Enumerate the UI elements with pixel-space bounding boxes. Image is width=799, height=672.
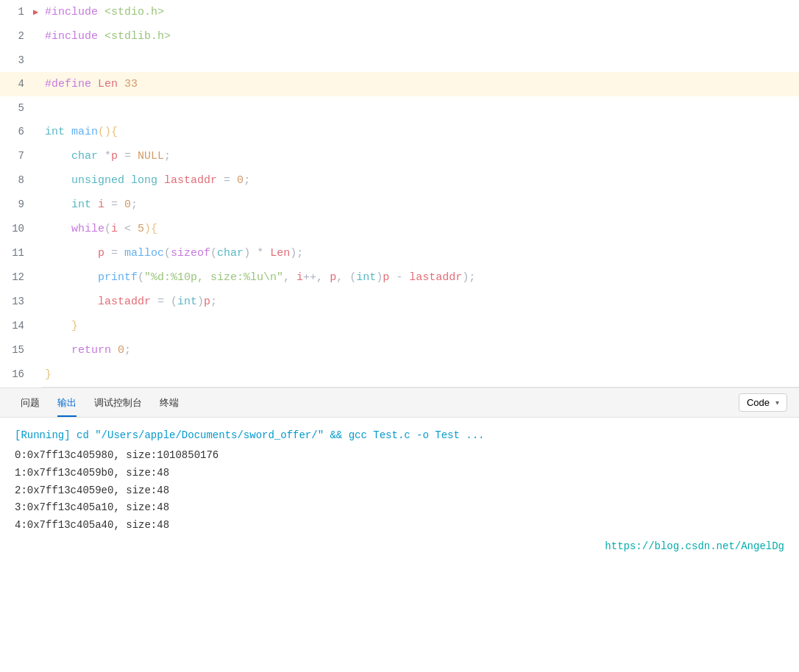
code-content: while(i < 5){ [42, 218, 799, 241]
code-line-14: 14 } [0, 314, 799, 338]
line-number: 16 [0, 362, 33, 386]
code-line-8: 8 unsigned long lastaddr = 0; [0, 168, 799, 193]
line-number: 11 [0, 241, 33, 265]
line-number: 5 [0, 96, 33, 120]
line-number: 3 [0, 49, 33, 72]
code-content: #define Len 33 [42, 73, 799, 96]
code-line-3: 3 [0, 49, 799, 72]
code-line-10: 10 while(i < 5){ [0, 217, 799, 241]
line-number: 12 [0, 265, 33, 289]
output-line: 0:0x7ff13c405980, size:1010850176 [15, 447, 784, 465]
chevron-down-icon: ▾ [775, 398, 779, 407]
line-number: 14 [0, 314, 33, 337]
output-area: [Running] cd "/Users/apple/Documents/swo… [0, 418, 799, 546]
code-content: printf("%d:%10p, size:%lu\n", i++, p, (i… [42, 266, 799, 290]
line-number: 6 [0, 120, 33, 143]
code-content: int i = 0; [42, 193, 799, 217]
code-content: char *p = NULL; [42, 145, 799, 168]
code-line-16: 16} [0, 362, 799, 387]
code-content: } [42, 363, 799, 387]
line-number: 7 [0, 144, 33, 168]
tab-终端[interactable]: 终端 [151, 388, 188, 417]
code-line-12: 12 printf("%d:%10p, size:%lu\n", i++, p,… [0, 265, 799, 290]
line-indicator: ▶ [33, 1, 42, 24]
bottom-panel-tabs: 问题输出调试控制台终端 Code ▾ [0, 388, 799, 418]
code-content: #include <stdlib.h> [42, 25, 799, 49]
code-line-7: 7 char *p = NULL; [0, 144, 799, 168]
dropdown-label: Code [747, 397, 770, 408]
tab-问题[interactable]: 问题 [12, 388, 49, 417]
line-number: 1 [0, 0, 33, 24]
line-number: 10 [0, 217, 33, 240]
code-line-1: 1▶#include <stdio.h> [0, 0, 799, 24]
code-content: unsigned long lastaddr = 0; [42, 169, 799, 193]
code-line-6: 6int main(){ [0, 120, 799, 144]
blog-link[interactable]: https://blog.csdn.net/AngelDg [605, 540, 784, 552]
code-dropdown[interactable]: Code ▾ [739, 393, 787, 412]
tab-调试控制台[interactable]: 调试控制台 [85, 388, 151, 417]
code-content: lastaddr = (int)p; [42, 290, 799, 314]
code-line-15: 15 return 0; [0, 338, 799, 362]
code-line-9: 9 int i = 0; [0, 193, 799, 217]
line-number: 8 [0, 168, 33, 192]
tab-输出[interactable]: 输出 [49, 388, 85, 417]
output-line: 4:0x7ff13c405a40, size:48 [15, 517, 784, 535]
code-content: p = malloc(sizeof(char) * Len); [42, 242, 799, 265]
code-content: #include <stdio.h> [42, 1, 799, 24]
code-content: } [42, 315, 799, 338]
code-line-2: 2#include <stdlib.h> [0, 24, 799, 49]
code-line-4: 4#define Len 33 [0, 72, 799, 96]
line-number: 13 [0, 290, 33, 313]
line-number: 4 [0, 72, 33, 96]
running-command: [Running] cd "/Users/apple/Documents/swo… [15, 429, 784, 441]
code-line-11: 11 p = malloc(sizeof(char) * Len); [0, 241, 799, 265]
code-line-5: 5 [0, 96, 799, 120]
output-line: 1:0x7ff13c4059b0, size:48 [15, 465, 784, 482]
line-number: 9 [0, 193, 33, 216]
output-line: 2:0x7ff13c4059e0, size:48 [15, 482, 784, 500]
code-content: int main(){ [42, 121, 799, 144]
line-number: 15 [0, 338, 33, 362]
code-content: return 0; [42, 339, 799, 362]
code-line-13: 13 lastaddr = (int)p; [0, 290, 799, 314]
code-editor: 1▶#include <stdio.h>2#include <stdlib.h>… [0, 0, 799, 388]
output-line: 3:0x7ff13c405a10, size:48 [15, 499, 784, 517]
line-number: 2 [0, 24, 33, 48]
